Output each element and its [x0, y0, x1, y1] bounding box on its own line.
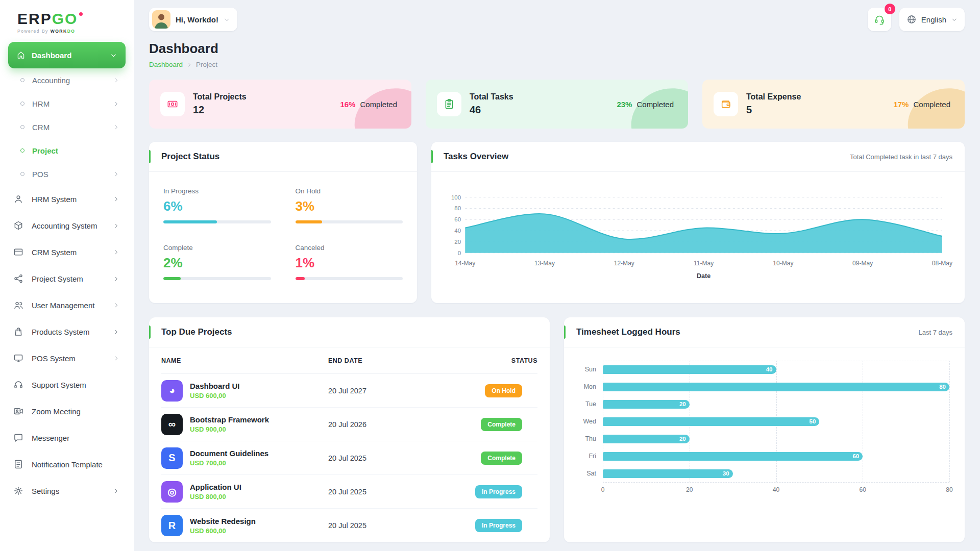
- project-end-date: 20 Jul 2025: [328, 488, 443, 496]
- page-content: Dashboard Dashboard Project Total Projec…: [134, 39, 980, 551]
- bar-value-label: 40: [766, 366, 773, 372]
- sidebar-item-zoom-meeting[interactable]: Zoom Meeting: [8, 398, 126, 424]
- sidebar-item-settings[interactable]: Settings: [8, 478, 126, 504]
- bar: 80: [603, 383, 949, 391]
- status-percent: 2%: [163, 255, 271, 271]
- chevron-right-icon: [186, 62, 192, 68]
- x-tick-label: 20: [686, 486, 693, 493]
- greeting-text: Hi, Workdo!: [176, 15, 218, 24]
- language-selector[interactable]: English: [899, 8, 965, 31]
- sidebar-item-notification-template[interactable]: Notification Template: [8, 451, 126, 478]
- chevron-right-icon: [113, 77, 119, 84]
- project-name: Dashboard UI: [190, 382, 240, 390]
- sidebar-item-label: Zoom Meeting: [32, 407, 81, 416]
- sidebar-item-label: POS: [32, 170, 48, 179]
- sidebar-item-label: Project System: [32, 274, 83, 283]
- chevron-right-icon: [113, 171, 119, 178]
- progress-bar: [296, 277, 403, 280]
- share-icon: [13, 273, 23, 284]
- sidebar-item-pos-system[interactable]: POS System: [8, 345, 126, 371]
- table-row-document-guidelines[interactable]: SDocument GuidelinesUSD 700,0020 Jul 202…: [161, 441, 537, 475]
- logo-text: ERPGO: [17, 11, 126, 27]
- sidebar-item-project[interactable]: Project: [8, 139, 126, 162]
- progress-bar: [296, 220, 403, 223]
- table-row-application-ui[interactable]: ◎Application UIUSD 800,0020 Jul 2025In P…: [161, 475, 537, 509]
- chevron-right-icon: [113, 249, 119, 256]
- target-icon: ◎: [161, 481, 183, 503]
- sidebar-item-products-system[interactable]: Products System: [8, 318, 126, 345]
- wallet-icon: [720, 98, 731, 110]
- support-button[interactable]: 0: [868, 8, 891, 31]
- chevron-right-icon: [113, 276, 119, 282]
- x-tick-label: 60: [860, 486, 866, 493]
- sidebar-item-label: Accounting System: [32, 221, 97, 230]
- stat-icon-box: [160, 92, 185, 116]
- sidebar-item-accounting[interactable]: Accounting: [8, 68, 126, 92]
- timesheet-bar-row-mon: 80: [603, 378, 949, 395]
- sidebar-item-user-management[interactable]: User Management: [8, 292, 126, 318]
- stat-percent: 17%: [893, 100, 909, 109]
- user-menu[interactable]: Hi, Workdo!: [149, 8, 237, 31]
- sidebar-item-support-system[interactable]: Support System: [8, 371, 126, 398]
- table-row-bootstrap-framework[interactable]: ∞Bootstrap FrameworkUSD 900,0020 Jul 202…: [161, 408, 537, 441]
- gear-icon: [13, 486, 23, 496]
- progress-bar: [163, 277, 271, 280]
- logo-dot: [79, 12, 83, 16]
- sidebar-item-messenger[interactable]: Messenger: [8, 424, 126, 451]
- banknote-icon: [167, 98, 178, 110]
- status-percent: 3%: [296, 198, 403, 214]
- timesheet-chart: SunMonTueWedThuFriSat 40802050206030 020…: [564, 347, 965, 500]
- table-row-dashboard-ui[interactable]: ◕Dashboard UIUSD 600,0020 Jul 2027On Hol…: [161, 374, 537, 408]
- breadcrumb-dashboard-link[interactable]: Dashboard: [149, 61, 183, 68]
- y-category-label: Sun: [579, 361, 603, 378]
- chevron-right-icon: [113, 302, 119, 309]
- sidebar-item-label: Dashboard: [32, 51, 71, 60]
- sidebar-item-label: Products System: [32, 328, 89, 336]
- bar: 20: [603, 400, 690, 409]
- sidebar-item-crm[interactable]: CRM: [8, 115, 126, 139]
- sidebar-item-label: Settings: [32, 487, 59, 495]
- video-icon: [13, 406, 23, 416]
- monitor-icon: [13, 353, 23, 363]
- y-category-label: Tue: [579, 395, 603, 413]
- column-name: NAME: [161, 357, 328, 364]
- table-row-website-redesign[interactable]: RWebsite RedesignUSD 600,0020 Jul 2025In…: [161, 509, 537, 542]
- status-item-on-hold: On Hold3%: [296, 187, 403, 223]
- sidebar-item-hrm[interactable]: HRM: [8, 92, 126, 115]
- chevron-right-icon: [113, 124, 119, 131]
- svg-text:11-May: 11-May: [694, 260, 714, 267]
- sidebar-item-dashboard[interactable]: Dashboard: [8, 42, 126, 68]
- sidebar-item-label: Notification Template: [32, 460, 103, 469]
- project-name: Document Guidelines: [190, 449, 268, 458]
- breadcrumb-current: Project: [196, 61, 217, 68]
- project-status-grid: In Progress6%On Hold3%Complete2%Canceled…: [149, 172, 417, 292]
- sidebar-item-hrm-system[interactable]: HRM System: [8, 186, 126, 212]
- chevron-right-icon: [113, 101, 119, 107]
- bullet-icon: [20, 172, 24, 176]
- sidebar-item-label: User Management: [32, 301, 94, 310]
- doc-icon: [13, 459, 23, 469]
- project-amount: USD 700,00: [190, 459, 268, 467]
- status-label: On Hold: [296, 187, 403, 195]
- infinity-icon: ∞: [161, 414, 183, 435]
- bullet-icon: [20, 78, 24, 82]
- sidebar-item-pos[interactable]: POS: [8, 162, 126, 186]
- y-category-label: Sat: [579, 465, 603, 482]
- project-name: Bootstrap Framework: [190, 415, 269, 424]
- bar-value-label: 20: [679, 401, 686, 407]
- sidebar-item-label: POS System: [32, 354, 76, 363]
- top-due-projects-card: Top Due Projects NAME END DATE STATUS ◕D…: [149, 317, 550, 542]
- progress-bar: [163, 220, 271, 223]
- home-icon: [16, 51, 26, 60]
- sidebar-item-project-system[interactable]: Project System: [8, 265, 126, 292]
- status-percent: 6%: [163, 198, 271, 214]
- x-tick-label: 80: [946, 486, 952, 493]
- sidebar-item-accounting-system[interactable]: Accounting System: [8, 212, 126, 239]
- sidebar-item-label: Accounting: [32, 76, 70, 85]
- logo[interactable]: ERPGO Powered By WORKDO: [8, 7, 126, 35]
- sidebar-item-crm-system[interactable]: CRM System: [8, 239, 126, 265]
- sidebar-item-label: CRM: [32, 123, 50, 132]
- card-title: Project Status: [161, 152, 219, 162]
- stat-card-total-tasks: Total Tasks 46 23% Completed: [426, 80, 688, 129]
- chevron-right-icon: [113, 488, 119, 494]
